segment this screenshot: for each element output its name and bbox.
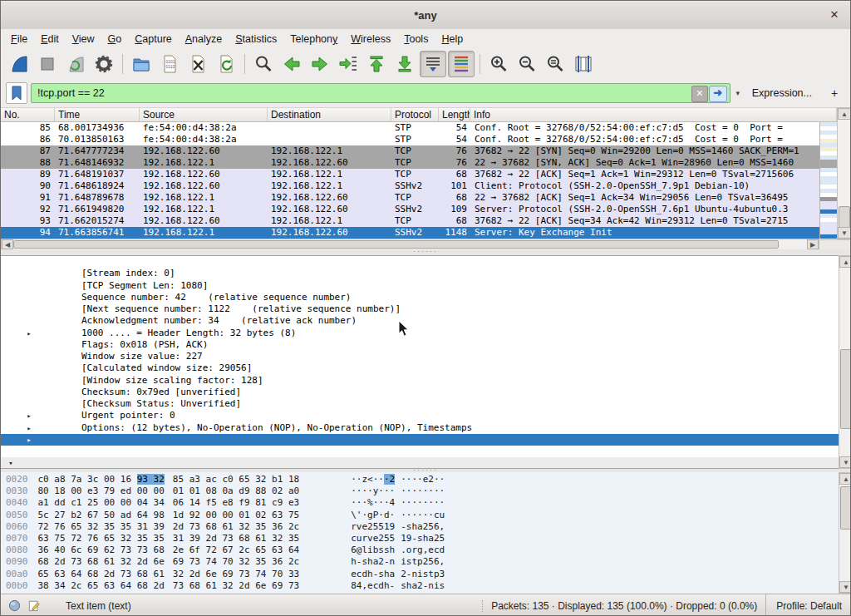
zoom-original-icon[interactable] [542,51,568,77]
detail-line[interactable]: TCP payload (1080 bytes) [1,446,839,457]
packet-row[interactable]: 87 71.647777234 192.168.122.60 192.168.1… [1,145,819,157]
hex-row[interactable]: 0020c0 a8 7a 3c 00 16 93 3285 a3 ac c0 6… [1,474,839,485]
packet-row[interactable]: 93 71.662015274 192.168.122.60 192.168.1… [1,215,819,227]
detail-line[interactable]: [Next sequence number: 1122 (relative se… [1,292,839,303]
detail-line[interactable]: [Window size scaling factor: 128] [1,362,839,374]
go-forward-icon[interactable] [307,51,333,77]
pane-splitter[interactable]: ······ [1,249,850,255]
expander-icon[interactable]: ▸ [24,328,34,339]
capture-stop-icon[interactable] [34,51,61,77]
hex-row[interactable]: 008036 40 6c 69 62 73 73 682e 6f 72 67 2… [1,545,839,556]
vscroll-thumb[interactable] [839,206,850,228]
detail-vscrollbar[interactable]: ▲ ▼ [839,255,851,469]
find-packet-icon[interactable] [250,51,277,77]
detail-line[interactable]: Window size value: 227 [1,339,839,351]
detail-line[interactable]: [Stream index: 0] [1,256,839,268]
expander-icon[interactable]: ▸ [24,422,34,434]
hex-row[interactable]: 0040a1 dd c1 25 00 00 04 3406 14 f5 e8 f… [1,497,839,509]
scroll-down-icon[interactable]: ▼ [839,581,851,593]
file-save-icon[interactable]: 01010110 [156,51,183,77]
column-header[interactable]: Time [55,108,140,121]
add-filter-button[interactable]: + [824,85,845,101]
packet-row[interactable]: 92 71.661949820 192.168.122.1 192.168.12… [1,204,819,215]
apply-filter-icon[interactable]: ➜ [709,86,727,102]
capture-start-icon[interactable] [6,51,32,77]
scroll-down-icon[interactable]: ▼ [839,456,851,468]
detail-line[interactable]: Urgent pointer: 0 [1,398,839,410]
column-header[interactable]: Info [470,108,837,121]
packet-row[interactable]: 89 71.648191037 192.168.122.60 192.168.1… [1,169,819,180]
profile-label[interactable]: Profile: Default [765,594,850,616]
file-open-icon[interactable] [128,51,155,77]
hex-row[interactable]: 006072 76 65 32 35 35 31 392d 73 68 61 3… [1,521,839,533]
packet-row[interactable]: 94 71.663856741 192.168.122.1 192.168.12… [1,227,819,239]
packet-row[interactable]: 85 68.001734936 fe:54:00:d4:38:2a STP 54… [1,122,819,134]
menu-item[interactable]: File [4,31,34,47]
vscroll-thumb[interactable] [840,486,851,530]
menu-item[interactable]: Edit [34,31,66,47]
detail-line[interactable]: ▸Options: (12 bytes), No-Operation (NOP)… [1,410,839,421]
hex-row[interactable]: 00b038 34 2c 65 63 64 68 2d73 68 61 32 2… [1,580,839,592]
packet-row[interactable]: 88 71.648146932 192.168.122.1 192.168.12… [1,157,819,169]
scroll-left-icon[interactable]: ◀ [2,239,13,249]
auto-scroll-icon[interactable] [420,51,446,77]
scroll-down-icon[interactable]: ▼ [838,227,851,239]
column-header[interactable]: Length [439,108,470,121]
detail-line[interactable]: Sequence number: 42 (relative sequence n… [1,280,839,292]
detail-line[interactable]: Checksum: 0x79ed [unverified] [1,375,839,387]
packet-minimap[interactable] [819,122,837,239]
go-first-icon[interactable] [363,51,390,77]
detail-line[interactable]: ▸[Timestamps] [1,434,839,446]
go-back-icon[interactable] [278,51,305,77]
detail-line[interactable]: ▾SSH Protocol [1,457,839,469]
detail-line[interactable]: [TCP Segment Len: 1080] [1,268,839,279]
menu-item[interactable]: Wireless [344,31,397,47]
column-header[interactable]: Protocol [391,108,439,121]
colorize-icon[interactable] [448,51,475,77]
expression-button[interactable]: Expression... [745,84,819,102]
column-header[interactable]: No. [1,108,55,121]
hex-row[interactable]: 003080 18 00 e3 79 ed 00 0001 01 08 0a d… [1,485,839,497]
expert-info-icon[interactable] [7,599,21,613]
go-last-icon[interactable] [391,51,418,77]
title-bar[interactable]: *any ✕ [1,1,850,30]
filter-history-caret-icon[interactable]: ▾ [732,89,744,97]
hex-vscrollbar[interactable]: ▲ ▼ [839,472,851,594]
scroll-up-icon[interactable]: ▲ [838,108,851,120]
menu-item[interactable]: Analyze [179,31,229,47]
column-header[interactable]: Source [140,108,268,121]
file-close-icon[interactable] [184,51,211,77]
capture-options-icon[interactable] [91,51,117,77]
expander-icon[interactable]: ▾ [6,457,16,469]
detail-line[interactable]: ▸[SEQ/ACK analysis] [1,422,839,434]
detail-line[interactable]: [Calculated window size: 29056] [1,351,839,362]
resize-columns-icon[interactable] [570,51,597,77]
filter-bookmark-icon[interactable] [6,82,27,104]
menu-item[interactable]: Tools [397,31,435,47]
zoom-in-icon[interactable] [485,51,512,77]
detail-line[interactable]: 1000 .... = Header Length: 32 bytes (8) [1,315,839,327]
scroll-up-icon[interactable]: ▲ [839,256,851,268]
clear-filter-icon[interactable]: ✕ [691,86,708,102]
display-filter-input[interactable] [31,83,730,103]
packet-row[interactable]: 86 70.013850163 fe:54:00:d4:38:2a STP 54… [1,134,819,145]
scroll-right-icon[interactable]: ▶ [807,239,819,249]
hex-row[interactable]: 00505c 27 b2 67 50 ad 64 981d 92 00 00 0… [1,510,839,521]
menu-item[interactable]: Help [435,31,470,47]
menu-item[interactable]: View [66,31,101,47]
menu-item[interactable]: Statistics [229,31,283,47]
scroll-up-icon[interactable]: ▲ [839,473,851,485]
packet-list-vscrollbar[interactable]: ▲ ▼ [837,107,851,239]
detail-line[interactable]: [Checksum Status: Unverified] [1,387,839,398]
hex-row[interactable]: 00a065 63 64 68 2d 73 68 6132 2d 6e 69 7… [1,569,839,580]
column-header[interactable]: Destination [268,108,391,121]
hscroll-thumb[interactable] [13,240,779,249]
file-reload-icon[interactable] [213,51,239,77]
capture-comment-icon[interactable] [27,599,41,613]
zoom-out-icon[interactable] [514,51,540,77]
expander-icon[interactable]: ▸ [24,410,34,421]
hex-row[interactable]: 007063 75 72 76 65 32 35 3531 39 2d 73 6… [1,533,839,545]
menu-item[interactable]: Capture [128,31,178,47]
packet-row[interactable]: 90 71.648618924 192.168.122.60 192.168.1… [1,180,819,192]
close-icon[interactable]: ✕ [827,7,842,22]
